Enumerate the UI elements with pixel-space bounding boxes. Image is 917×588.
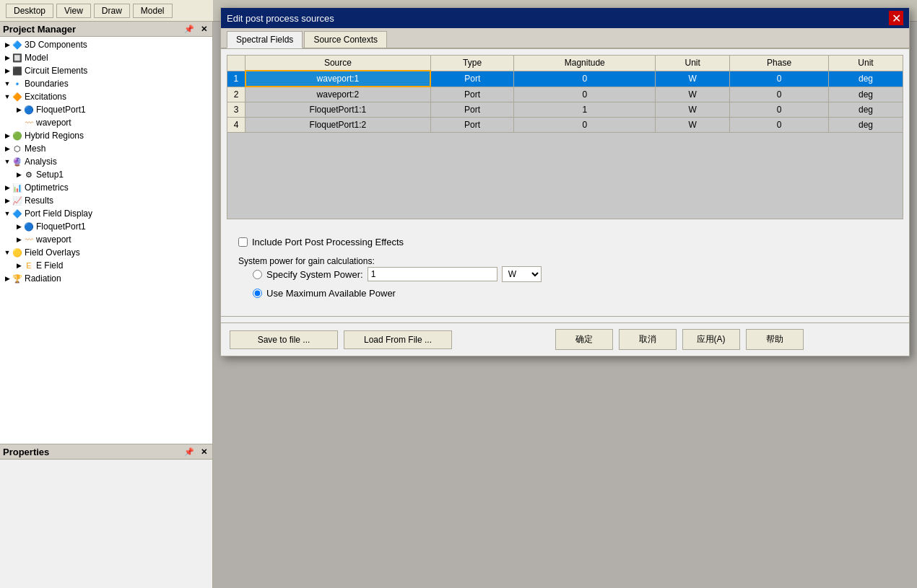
table-cell[interactable]: 0 [514, 118, 656, 133]
power-unit-select[interactable]: W dBm mW [502, 266, 542, 282]
table-cell[interactable]: 0 [730, 71, 829, 87]
expand-results[interactable]: ▶ [3, 197, 12, 204]
save-to-file-button[interactable]: Save to file ... [230, 330, 338, 349]
dialog-close-button[interactable]: ✕ [889, 11, 903, 25]
draw-btn[interactable]: Draw [94, 4, 130, 18]
table-cell[interactable]: deg [829, 118, 903, 133]
expand-mesh[interactable]: ▶ [3, 145, 12, 152]
tree-item-analysis[interactable]: ▼ 🔮 Analysis [0, 155, 212, 168]
table-cell[interactable]: 0 [730, 118, 829, 133]
expand-floquetport1-pfd[interactable]: ▶ [14, 223, 23, 230]
expand-analysis[interactable]: ▼ [3, 158, 12, 165]
properties-label: Properties [3, 447, 49, 457]
specify-power-row: Specify System Power: W dBm mW [253, 266, 892, 282]
specify-power-radio[interactable] [253, 270, 262, 279]
expand-circuit[interactable]: ▶ [3, 67, 12, 74]
use-max-power-radio[interactable] [253, 289, 262, 298]
table-cell[interactable]: FloquetPort1:1 [245, 102, 431, 118]
expand-floquetport1[interactable]: ▶ [14, 106, 23, 113]
tree-item-field-overlays[interactable]: ▼ 🟡 Field Overlays [0, 246, 212, 259]
tree-item-mesh[interactable]: ▶ ⬡ Mesh [0, 142, 212, 155]
table-row[interactable]: 1waveport:1Port0W0deg [227, 71, 903, 87]
table-cell[interactable]: W [656, 87, 730, 102]
table-row[interactable]: 4FloquetPort1:2Port0W0deg [227, 118, 903, 133]
footer-left: Save to file ... Load From File ... [230, 330, 452, 349]
tree-item-circuit[interactable]: ▶ ⬛ Circuit Elements [0, 64, 212, 77]
mesh-icon: ⬡ [12, 143, 23, 154]
tree-item-setup1[interactable]: ▶ ⚙ Setup1 [0, 168, 212, 181]
table-cell[interactable]: Port [430, 102, 513, 118]
table-cell[interactable]: 0 [514, 87, 656, 102]
help-button[interactable]: 帮助 [746, 329, 804, 350]
expand-optimetrics[interactable]: ▶ [3, 184, 12, 191]
table-cell[interactable]: W [656, 71, 730, 87]
expand-waveport-pfd[interactable]: ▶ [14, 236, 23, 243]
expand-field-overlays[interactable]: ▼ [3, 249, 12, 256]
expand-hybrid[interactable]: ▶ [3, 132, 12, 139]
expand-radiation[interactable]: ▶ [3, 275, 12, 282]
tree-item-floquetport1[interactable]: ▶ 🔵 FloquetPort1 [0, 103, 212, 116]
table-cell[interactable]: FloquetPort1:2 [245, 118, 431, 133]
expand-3d-components[interactable]: ▶ [3, 41, 12, 48]
apply-button[interactable]: 应用(A) [682, 329, 740, 350]
pin-properties-icon[interactable]: 📌 [183, 446, 195, 457]
tree-item-floquetport1-pfd[interactable]: ▶ 🔵 FloquetPort1 [0, 220, 212, 233]
table-cell[interactable]: deg [829, 87, 903, 102]
tree-item-boundaries[interactable]: ▼ 🔹 Boundaries [0, 77, 212, 90]
close-panel-icon[interactable]: ✕ [198, 23, 209, 35]
table-cell[interactable]: 0 [730, 87, 829, 102]
tree-item-hybrid-regions[interactable]: ▶ 🟢 Hybrid Regions [0, 129, 212, 142]
pin-icon[interactable]: 📌 [183, 23, 195, 35]
tree-item-port-field-display[interactable]: ▼ 🔷 Port Field Display [0, 207, 212, 220]
tree-item-excitations[interactable]: ▼ 🔶 Excitations [0, 90, 212, 103]
table-cell[interactable]: 1 [227, 71, 245, 87]
table-cell[interactable]: 3 [227, 102, 245, 118]
table-cell[interactable]: 4 [227, 118, 245, 133]
load-from-file-button[interactable]: Load From File ... [344, 330, 452, 349]
table-row[interactable]: 2waveport:2Port0W0deg [227, 87, 903, 102]
tree-item-radiation[interactable]: ▶ 🏆 Radiation [0, 272, 212, 285]
ok-button[interactable]: 确定 [555, 329, 613, 350]
include-port-effects-row: Include Port Post Processing Effects [238, 237, 892, 247]
expand-e-field[interactable]: ▶ [14, 262, 23, 269]
expand-boundaries[interactable]: ▼ [3, 80, 12, 87]
model-btn[interactable]: Model [133, 4, 173, 18]
label-excitations: Excitations [25, 92, 66, 102]
table-cell[interactable]: waveport:2 [245, 87, 431, 102]
table-row[interactable]: 3FloquetPort1:1Port1W0deg [227, 102, 903, 118]
expand-setup1[interactable]: ▶ [14, 171, 23, 178]
tree-item-waveport-pfd[interactable]: ▶ 〰 waveport [0, 233, 212, 246]
table-cell[interactable]: W [656, 102, 730, 118]
expand-excitations[interactable]: ▼ [3, 93, 12, 100]
tree-item-3d-components[interactable]: ▶ 🔷 3D Components [0, 38, 212, 51]
hybrid-icon: 🟢 [12, 130, 23, 141]
tree-item-results[interactable]: ▶ 📈 Results [0, 194, 212, 207]
tab-source-contexts[interactable]: Source Contexts [304, 31, 387, 48]
table-cell[interactable]: Port [430, 118, 513, 133]
close-properties-icon[interactable]: ✕ [198, 446, 209, 457]
table-cell[interactable]: deg [829, 102, 903, 118]
waveport-icon: 〰 [23, 117, 35, 128]
tab-spectral-fields[interactable]: Spectral Fields [227, 31, 303, 48]
tree-item-optimetrics[interactable]: ▶ 📊 Optimetrics [0, 181, 212, 194]
table-cell[interactable]: 0 [730, 102, 829, 118]
expand-model[interactable]: ▶ [3, 54, 12, 61]
system-power-input[interactable] [368, 267, 497, 281]
table-cell[interactable]: Port [430, 71, 513, 87]
tree-item-e-field[interactable]: ▶ E E Field [0, 259, 212, 272]
table-cell[interactable]: deg [829, 71, 903, 87]
view-btn[interactable]: View [56, 4, 91, 18]
tree-item-model[interactable]: ▶ 🔲 Model [0, 51, 212, 64]
table-cell[interactable]: Port [430, 87, 513, 102]
table-cell[interactable]: 0 [514, 71, 656, 87]
tree-item-waveport[interactable]: 〰 waveport [0, 116, 212, 129]
table-cell[interactable]: 2 [227, 87, 245, 102]
table-cell[interactable]: 1 [514, 102, 656, 118]
label-circuit: Circuit Elements [25, 66, 87, 76]
cancel-button[interactable]: 取消 [619, 329, 677, 350]
table-cell[interactable]: W [656, 118, 730, 133]
include-port-checkbox[interactable] [238, 237, 248, 247]
expand-port-field[interactable]: ▼ [3, 210, 12, 217]
desktop-btn[interactable]: Desktop [6, 4, 53, 18]
table-cell[interactable]: waveport:1 [245, 71, 431, 87]
